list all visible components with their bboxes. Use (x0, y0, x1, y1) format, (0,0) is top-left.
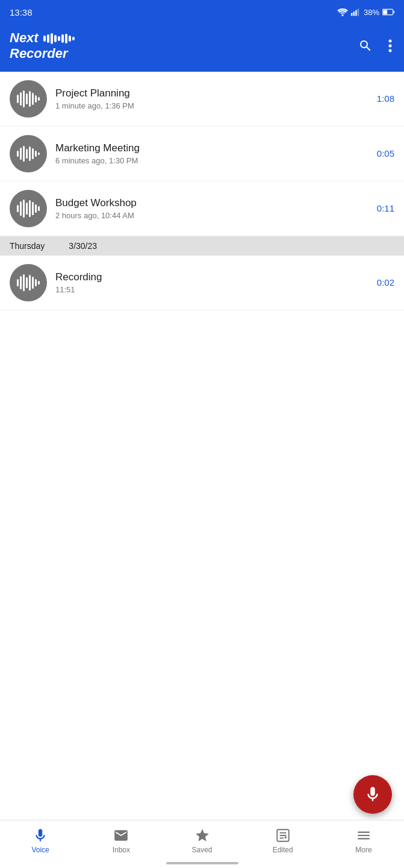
recording-item[interactable]: Budget Workshop 2 hours ago, 10:44 AM 0:… (0, 181, 404, 236)
recording-info: Project Planning 1 minute ago, 1:36 PM (55, 87, 370, 110)
waveform-icon (10, 135, 47, 172)
edited-icon (275, 828, 291, 843)
svg-rect-12 (58, 36, 60, 41)
svg-rect-49 (32, 277, 34, 289)
svg-rect-45 (20, 276, 22, 289)
svg-rect-14 (65, 34, 67, 43)
svg-rect-47 (26, 277, 28, 288)
svg-rect-10 (51, 33, 53, 44)
microphone-icon (364, 785, 382, 804)
svg-rect-2 (353, 11, 355, 16)
date-separator-day: Thursday (10, 241, 45, 251)
waveform-icon (10, 190, 47, 227)
date-separator: Thursday 3/30/23 (0, 236, 404, 256)
recording-title: Budget Workshop (55, 197, 370, 209)
app-waveform-icon (43, 33, 76, 44)
svg-rect-4 (358, 8, 359, 16)
nav-voice-label: Voice (31, 846, 49, 854)
status-time: 13:38 (10, 7, 33, 17)
svg-point-18 (389, 45, 392, 48)
svg-rect-24 (29, 91, 31, 107)
svg-rect-15 (69, 36, 71, 42)
svg-rect-6 (393, 11, 394, 14)
svg-point-19 (389, 49, 392, 52)
svg-rect-35 (38, 153, 40, 155)
more-icon (356, 828, 371, 843)
nav-saved[interactable]: Saved (161, 825, 242, 857)
nav-edited[interactable]: Edited (243, 825, 323, 857)
nav-inbox-label: Inbox (113, 846, 130, 854)
svg-rect-30 (23, 146, 25, 162)
waveform-icon (10, 80, 47, 118)
svg-rect-44 (17, 279, 19, 286)
signal-icon (351, 8, 361, 16)
svg-rect-37 (20, 201, 22, 216)
recording-duration: 0:05 (370, 148, 394, 159)
svg-rect-48 (29, 275, 31, 291)
svg-rect-25 (32, 93, 34, 105)
date-separator-date: 3/30/23 (69, 241, 97, 251)
app-title-recorder: Recorder (10, 46, 68, 61)
saved-icon (194, 828, 210, 843)
search-icon (358, 39, 373, 53)
svg-rect-22 (23, 90, 25, 107)
recording-meta: 1 minute ago, 1:36 PM (55, 101, 370, 110)
svg-rect-11 (54, 35, 57, 42)
svg-rect-21 (20, 92, 22, 105)
recording-meta: 6 minutes ago, 1:30 PM (55, 156, 370, 165)
svg-point-0 (341, 14, 343, 16)
nav-edited-label: Edited (273, 846, 293, 854)
bottom-nav: Voice Inbox Saved Edited More (0, 820, 404, 868)
recording-title: Recording (55, 271, 370, 283)
recording-info: Budget Workshop 2 hours ago, 10:44 AM (55, 197, 370, 220)
waveform-icon (10, 264, 47, 301)
search-button[interactable] (356, 36, 375, 55)
svg-rect-36 (17, 205, 19, 212)
record-fab-button[interactable] (353, 775, 392, 814)
svg-rect-40 (29, 200, 31, 217)
status-icons: 38% (337, 8, 394, 17)
battery-icon (382, 8, 394, 16)
svg-rect-8 (43, 36, 46, 42)
svg-rect-28 (17, 151, 19, 157)
recording-item[interactable]: Project Planning 1 minute ago, 1:36 PM 1… (0, 72, 404, 127)
recording-title: Project Planning (55, 87, 370, 99)
svg-rect-1 (351, 13, 352, 16)
nav-inbox[interactable]: Inbox (81, 825, 161, 857)
recording-duration: 0:11 (370, 203, 394, 213)
svg-rect-16 (72, 37, 75, 40)
recording-meta: 11:51 (55, 285, 370, 294)
nav-saved-label: Saved (191, 846, 212, 854)
svg-rect-26 (35, 95, 37, 102)
app-bar-actions (356, 36, 394, 55)
recording-meta: 2 hours ago, 10:44 AM (55, 211, 370, 220)
svg-rect-51 (38, 281, 40, 285)
svg-rect-29 (20, 148, 22, 160)
svg-rect-7 (383, 10, 387, 14)
wifi-icon (337, 8, 348, 16)
svg-rect-39 (26, 203, 28, 215)
svg-rect-13 (61, 34, 64, 43)
svg-rect-42 (35, 204, 37, 213)
svg-rect-38 (23, 200, 25, 218)
svg-rect-32 (29, 146, 31, 161)
recording-info: Marketing Meeting 6 minutes ago, 1:30 PM (55, 142, 370, 165)
status-bar: 13:38 38% (0, 0, 404, 24)
svg-rect-9 (47, 34, 49, 43)
svg-rect-27 (38, 97, 40, 101)
svg-rect-46 (23, 274, 25, 291)
svg-rect-3 (355, 10, 356, 16)
app-bar: Next Recorder (0, 24, 404, 72)
svg-rect-31 (26, 149, 28, 159)
nav-more[interactable]: More (323, 825, 404, 857)
recording-duration: 0:02 (370, 277, 394, 288)
recording-item[interactable]: Recording 11:51 0:02 (0, 256, 404, 310)
inbox-icon (113, 828, 129, 843)
recording-item[interactable]: Marketing Meeting 6 minutes ago, 1:30 PM… (0, 127, 404, 181)
svg-point-17 (389, 40, 392, 43)
recording-title: Marketing Meeting (55, 142, 370, 154)
nav-voice[interactable]: Voice (0, 825, 81, 857)
vertical-dots-icon (388, 39, 392, 53)
more-options-button[interactable] (386, 36, 394, 55)
recording-list: Project Planning 1 minute ago, 1:36 PM 1… (0, 72, 404, 310)
